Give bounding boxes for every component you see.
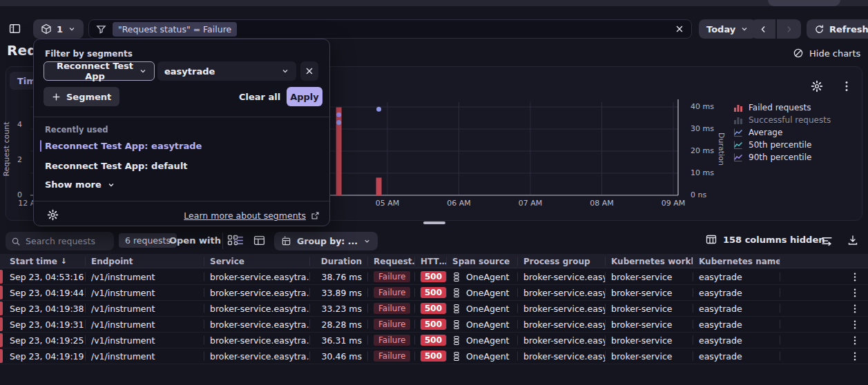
column-header-request-status[interactable]: Request… — [368, 254, 415, 268]
add-segment-button[interactable]: Segment — [44, 87, 119, 106]
cell-process-group: broker-service.easytra… — [518, 269, 606, 284]
line-chart-icon — [733, 152, 743, 162]
filter-chip-request-status[interactable]: "Request status" = Failure — [113, 22, 237, 37]
cell-k8s-workload: broker-service — [606, 348, 693, 364]
search-input[interactable] — [26, 236, 108, 246]
columns-hidden-button[interactable]: 158 columns hidden — [706, 234, 824, 245]
x-axis-tick: 07 AM — [519, 199, 543, 208]
column-header-duration[interactable]: Duration — [310, 254, 368, 268]
chart-menu-kebab[interactable] — [842, 80, 851, 92]
column-header-label: Start time — [10, 257, 57, 266]
filter-funnel-icon — [96, 24, 106, 34]
table-view-icon — [253, 235, 265, 246]
cell-k8s-namespace: easytrade — [693, 333, 780, 348]
cell-start-time: Sep 23, 04:53:16.109 — [0, 269, 86, 284]
row-density-button[interactable] — [821, 235, 833, 246]
row-menu-kebab[interactable] — [851, 351, 859, 362]
column-header-span-source[interactable]: Span source — [447, 254, 518, 268]
span-source-value: OneAgent — [466, 288, 509, 298]
k8s-workload-value: broker-service — [611, 288, 673, 298]
segments-settings-button[interactable] — [47, 209, 59, 221]
open-with-button[interactable]: Open with — [169, 235, 238, 246]
timeframe-next-button[interactable] — [777, 19, 801, 39]
view-toggle-list[interactable] — [233, 235, 244, 246]
row-menu-kebab[interactable] — [851, 272, 859, 282]
sidebar-toggle-button[interactable] — [9, 23, 21, 34]
cell-k8s-workload: broker-service — [606, 317, 693, 332]
endpoint-value: /v1/instrument — [91, 335, 155, 346]
column-header-k8s-namespace[interactable]: Kubernetes namespace — [693, 254, 780, 268]
legend-item-average[interactable]: Average — [733, 126, 831, 139]
column-header-label: Duration — [321, 257, 362, 266]
http-status-badge: 500 — [421, 351, 446, 362]
cell-k8s-workload: broker-service — [606, 285, 693, 300]
start-time-value: Sep 23, 04:19:25 — [10, 335, 84, 346]
cell-span-source: OneAgent — [447, 269, 518, 284]
segment-remove-button[interactable] — [300, 61, 318, 81]
x-axis-tick: 05 AM — [376, 199, 400, 208]
cell-http-status: 500 — [415, 285, 447, 300]
column-header-start-time[interactable]: Start time↓ — [0, 254, 86, 268]
learn-more-link[interactable]: Learn more about segments — [184, 210, 320, 221]
row-menu-kebab[interactable] — [851, 335, 859, 346]
timeframe-label: Today — [706, 24, 735, 34]
column-header-label: Kubernetes namespace — [699, 257, 780, 266]
cell-http-status: 500 — [415, 269, 447, 284]
duration-value: 28.28 ms — [322, 319, 362, 330]
segment-value-select[interactable]: easytrade — [157, 61, 296, 81]
hide-charts-button[interactable]: Hide charts — [793, 48, 860, 59]
cell-endpoint: /v1/instrument — [86, 285, 204, 300]
legend-item-50th-percentile[interactable]: 50th percentile — [733, 139, 831, 151]
right-axis-tick: 10 ms — [691, 168, 714, 177]
column-header-process-group[interactable]: Process group — [518, 254, 606, 268]
filter-input-bar[interactable]: "Request status" = Failure — [88, 19, 692, 39]
table-row[interactable]: Sep 23, 04:19:44.262/v1/instrumentbroker… — [0, 285, 868, 301]
row-actions-cell — [780, 285, 868, 300]
legend-item-failed-requests[interactable]: Failed requests — [733, 101, 831, 114]
cell-service: broker-service.easytra… — [204, 301, 310, 316]
legend-item-successful-requests[interactable]: Successful requests — [733, 114, 831, 126]
row-menu-kebab[interactable] — [851, 304, 859, 314]
chart-settings-button[interactable] — [811, 80, 823, 92]
right-axis-tick: 0 ns — [691, 190, 706, 199]
table-row[interactable]: Sep 23, 04:19:38.148/v1/instrumentbroker… — [0, 301, 868, 317]
k8s-workload-value: broker-service — [611, 319, 673, 330]
segment-type-select[interactable]: Reconnect Test App — [44, 61, 155, 81]
timeframe-selector-button[interactable]: Today — [699, 19, 756, 39]
column-header-k8s-workload[interactable]: Kubernetes workload — [606, 254, 693, 268]
x-axis-tick: 06 AM — [447, 199, 471, 208]
table-row[interactable]: Sep 23, 04:53:16.109/v1/instrumentbroker… — [0, 269, 868, 285]
view-toggle-table[interactable] — [253, 235, 265, 246]
table-row[interactable]: Sep 23, 04:19:19.801/v1/instrumentbroker… — [0, 348, 868, 364]
recent-segment-item[interactable]: Reconnect Test App: default — [34, 156, 331, 176]
legend-item-90th-percentile[interactable]: 90th percentile — [733, 151, 831, 164]
close-icon — [305, 66, 314, 76]
duration-value: 30.46 ms — [322, 351, 362, 362]
endpoint-value: /v1/instrument — [91, 319, 155, 330]
timeframe-prev-button[interactable] — [751, 19, 775, 39]
column-header-http-status[interactable]: HTT… — [415, 254, 447, 268]
columns-hidden-label: 158 columns hidden — [723, 235, 824, 245]
card-resize-handle[interactable] — [423, 221, 445, 224]
segment-type-value: Reconnect Test App — [51, 61, 139, 81]
group-by-button[interactable]: Group by: ... — [274, 232, 378, 250]
start-time-value: Sep 23, 04:19:38 — [10, 304, 84, 314]
column-header-service[interactable]: Service — [204, 254, 310, 268]
table-row[interactable]: Sep 23, 04:19:31.976/v1/instrumentbroker… — [0, 317, 868, 333]
table-row[interactable]: Sep 23, 04:19:25.898/v1/instrumentbroker… — [0, 333, 868, 348]
recent-segment-label: Reconnect Test App: easytrade — [45, 141, 202, 151]
row-menu-kebab[interactable] — [851, 288, 859, 298]
recent-segment-item[interactable]: Reconnect Test App: easytrade — [34, 136, 331, 156]
apply-button[interactable]: Apply — [287, 87, 322, 106]
scope-selector-button[interactable]: 1 — [33, 19, 84, 39]
segment-value: easytrade — [164, 66, 215, 77]
span-source-value: OneAgent — [466, 272, 509, 282]
row-menu-kebab[interactable] — [851, 319, 859, 330]
column-header-endpoint[interactable]: Endpoint — [86, 254, 204, 268]
cell-duration: 33.89 ms — [310, 285, 368, 300]
show-more-button[interactable]: Show more — [45, 179, 115, 190]
refresh-button[interactable]: Refresh — [807, 19, 868, 39]
download-button[interactable] — [847, 235, 858, 246]
filter-clear-button[interactable] — [675, 24, 684, 34]
clear-all-button[interactable]: Clear all — [239, 87, 280, 106]
